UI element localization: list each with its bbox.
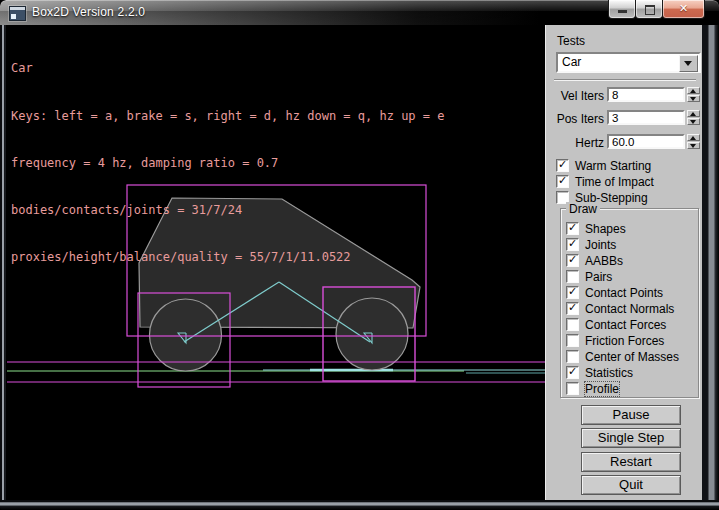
tests-dropdown[interactable]: Car [556, 52, 701, 73]
proxies-stats-text: proxies/height/balance/quality = 55/7/1/… [11, 250, 444, 266]
vel-iters-spinner[interactable] [687, 87, 700, 102]
spinner-up-icon[interactable] [687, 110, 700, 117]
checkbox-icon[interactable]: ✓ [566, 366, 579, 379]
checkbox-label: Joints [585, 238, 616, 252]
checkbox-icon[interactable]: ✓ [566, 238, 579, 251]
checkbox-friction-forces[interactable]: Friction Forces [566, 334, 664, 347]
checkbox-icon[interactable]: ✓ [556, 175, 569, 188]
checkbox-label: Shapes [585, 222, 626, 236]
checkbox-profile[interactable]: Profile [566, 382, 619, 395]
maximize-icon [645, 5, 655, 15]
chevron-down-icon [684, 61, 692, 66]
checkbox-center-of-masses[interactable]: Center of Masses [566, 350, 679, 363]
checkbox-icon[interactable]: ✓ [566, 222, 579, 235]
frequency-text: frequency = 4 hz, damping ratio = 0.7 [11, 156, 444, 172]
checkbox-warm-starting[interactable]: ✓ Warm Starting [556, 159, 651, 172]
hertz-input[interactable]: 60.0 [607, 134, 685, 149]
test-title-text: Car [11, 61, 444, 77]
simulation-canvas[interactable]: Car Keys: left = a, brake = s, right = d… [6, 25, 545, 500]
checkbox-label: Statistics [585, 366, 633, 380]
close-icon: ✕ [663, 2, 704, 15]
checkbox-icon[interactable] [566, 334, 579, 347]
vel-iters-label: Vel Iters [546, 89, 604, 103]
checkbox-shapes[interactable]: ✓ Shapes [566, 222, 626, 235]
checkbox-icon[interactable] [566, 318, 579, 331]
maximize-button[interactable] [635, 0, 663, 19]
spinner-down-icon[interactable] [687, 142, 700, 149]
checkbox-label: Pairs [585, 270, 612, 284]
restart-button[interactable]: Restart [581, 452, 681, 472]
spinner-down-icon[interactable] [687, 95, 700, 102]
pos-iters-spinner[interactable] [687, 110, 700, 125]
checkbox-label: Contact Points [585, 286, 663, 300]
separator-line [554, 79, 696, 81]
title-bar[interactable]: Box2D Version 2.2.0 ✕ [0, 0, 719, 25]
checkbox-contact-points[interactable]: ✓ Contact Points [566, 286, 663, 299]
window-border-right [702, 25, 719, 500]
checkbox-contact-forces[interactable]: Contact Forces [566, 318, 666, 331]
quit-button[interactable]: Quit [581, 475, 681, 495]
checkbox-pairs[interactable]: Pairs [566, 270, 612, 283]
checkbox-icon[interactable] [566, 270, 579, 283]
checkbox-aabbs[interactable]: ✓ AABBs [566, 254, 623, 267]
checkbox-contact-normals[interactable]: ✓ Contact Normals [566, 302, 674, 315]
checkbox-icon[interactable]: ✓ [566, 286, 579, 299]
checkbox-icon[interactable] [566, 382, 579, 395]
draw-group-label: Draw [566, 202, 600, 216]
close-button[interactable]: ✕ [662, 0, 705, 19]
pause-button[interactable]: Pause [581, 405, 681, 425]
checkbox-label: AABBs [585, 254, 623, 268]
vel-iters-input[interactable]: 8 [607, 87, 685, 102]
checkbox-icon[interactable]: ✓ [556, 159, 569, 172]
window-title: Box2D Version 2.2.0 [32, 5, 145, 19]
tests-dropdown-button[interactable] [679, 55, 698, 72]
checkbox-statistics[interactable]: ✓ Statistics [566, 366, 633, 379]
spinner-up-icon[interactable] [687, 134, 700, 141]
spinner-up-icon[interactable] [687, 87, 700, 94]
checkbox-label: Friction Forces [585, 334, 664, 348]
hertz-spinner[interactable] [687, 134, 700, 149]
hertz-label: Hertz [546, 136, 604, 150]
app-icon[interactable] [9, 6, 26, 21]
window-border-bottom [0, 500, 719, 510]
checkbox-joints[interactable]: ✓ Joints [566, 238, 616, 251]
minimize-button[interactable] [608, 0, 636, 19]
checkbox-label: Warm Starting [575, 159, 651, 173]
checkbox-label: Center of Masses [585, 350, 679, 364]
checkbox-label: Profile [585, 382, 619, 396]
bodies-stats-text: bodies/contacts/joints = 31/7/24 [11, 203, 444, 219]
checkbox-label: Contact Forces [585, 318, 666, 332]
stats-text-block: Car Keys: left = a, brake = s, right = d… [11, 30, 444, 297]
minimize-icon [618, 10, 627, 13]
control-panel: Tests Car Vel Iters 8 Pos Iters 3 Hertz … [545, 25, 702, 500]
checkbox-label: Time of Impact [575, 175, 654, 189]
keys-help-text: Keys: left = a, brake = s, right = d, hz… [11, 109, 444, 125]
checkbox-time-of-impact[interactable]: ✓ Time of Impact [556, 175, 654, 188]
checkbox-label: Contact Normals [585, 302, 674, 316]
pos-iters-input[interactable]: 3 [607, 110, 685, 125]
checkbox-icon[interactable]: ✓ [566, 254, 579, 267]
checkbox-icon[interactable]: ✓ [566, 302, 579, 315]
pos-iters-label: Pos Iters [546, 112, 604, 126]
tests-label: Tests [557, 34, 585, 48]
application-window: Box2D Version 2.2.0 ✕ [0, 0, 719, 510]
tests-dropdown-value: Car [562, 55, 581, 69]
spinner-down-icon[interactable] [687, 118, 700, 125]
single-step-button[interactable]: Single Step [581, 428, 681, 448]
checkbox-icon[interactable] [566, 350, 579, 363]
